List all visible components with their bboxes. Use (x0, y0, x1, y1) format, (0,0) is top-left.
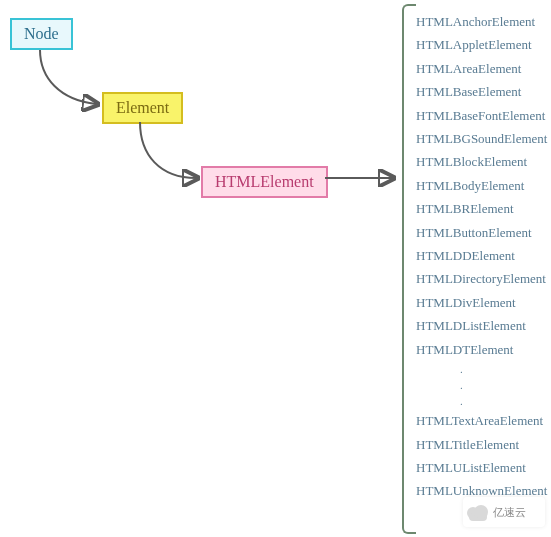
list-item: HTMLAnchorElement (416, 10, 551, 33)
list-item: HTMLButtonElement (416, 221, 551, 244)
node-box-htmlelement: HTMLElement (201, 166, 328, 198)
list-item: HTMLBaseFontElement (416, 104, 551, 127)
ellipsis-dots: . . . (416, 361, 551, 409)
list-item: HTMLBodyElement (416, 174, 551, 197)
list-item: HTMLTitleElement (416, 433, 551, 456)
list-item: HTMLTextAreaElement (416, 409, 551, 432)
list-item: HTMLAppletElement (416, 33, 551, 56)
list-item: HTMLAreaElement (416, 57, 551, 80)
html-element-list: HTMLAnchorElement HTMLAppletElement HTML… (416, 10, 551, 503)
list-item: HTMLBlockElement (416, 150, 551, 173)
list-item: HTMLDTElement (416, 338, 551, 361)
watermark: 亿速云 (463, 497, 545, 527)
bracket (402, 4, 416, 534)
watermark-text: 亿速云 (493, 505, 526, 520)
list-item: HTMLDirectoryElement (416, 267, 551, 290)
node-box-node: Node (10, 18, 73, 50)
list-item: HTMLBGSoundElement (416, 127, 551, 150)
list-item: HTMLBaseElement (416, 80, 551, 103)
list-item: HTMLDDElement (416, 244, 551, 267)
list-item: HTMLDivElement (416, 291, 551, 314)
node-box-element: Element (102, 92, 183, 124)
list-item: HTMLDListElement (416, 314, 551, 337)
list-item: HTMLBRElement (416, 197, 551, 220)
cloud-icon (467, 504, 489, 520)
list-item: HTMLUListElement (416, 456, 551, 479)
